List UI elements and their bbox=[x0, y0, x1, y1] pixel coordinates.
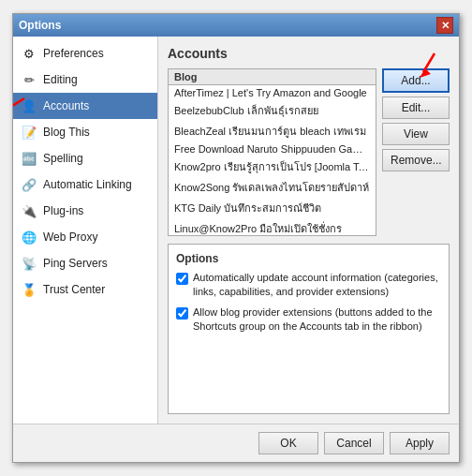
main-content: Accounts Blog AfterTimez | Let's Try Ama… bbox=[158, 37, 459, 424]
sidebar-item-label: Blog This bbox=[43, 126, 90, 139]
sidebar-item-plug-ins[interactable]: 🔌 Plug-ins bbox=[13, 198, 157, 224]
account-list[interactable]: AfterTimez | Let's Try Amazon and Google… bbox=[169, 85, 376, 235]
account-list-wrapper: Blog AfterTimez | Let's Try Amazon and G… bbox=[168, 68, 376, 236]
sidebar-item-spelling[interactable]: 🔤 Spelling bbox=[13, 145, 157, 171]
plug-ins-icon: 🔌 bbox=[21, 202, 37, 219]
sidebar-item-label: Spelling bbox=[43, 152, 83, 165]
close-button[interactable]: ✕ bbox=[436, 17, 453, 34]
account-list-header: Blog bbox=[169, 69, 376, 85]
edit-button[interactable]: Edit... bbox=[382, 97, 450, 119]
options-label: Options bbox=[176, 252, 441, 265]
apply-button[interactable]: Apply bbox=[390, 432, 450, 454]
list-item[interactable]: KTG Daily บันทึกระสมการณ์ชีวิต bbox=[169, 198, 376, 218]
list-item[interactable]: AfterTimez | Let's Try Amazon and Google bbox=[169, 85, 376, 100]
remove-button[interactable]: Remove... bbox=[382, 149, 450, 171]
sidebar-item-preferences[interactable]: ⚙ Preferences bbox=[13, 40, 157, 67]
footer: OK Cancel Apply bbox=[13, 424, 459, 462]
checkbox-1[interactable] bbox=[176, 273, 188, 285]
red-arrow-add bbox=[406, 52, 440, 82]
sidebar-item-ping-servers[interactable]: 📡 Ping Servers bbox=[13, 250, 157, 276]
blog-this-icon: 📝 bbox=[21, 124, 37, 141]
title-bar: Options ✕ bbox=[13, 14, 459, 37]
preferences-icon: ⚙ bbox=[21, 45, 37, 62]
sidebar-item-trust-center[interactable]: 🏅 Trust Center bbox=[13, 276, 157, 303]
svg-marker-3 bbox=[420, 68, 431, 78]
checkbox-row-1: Automatically update account information… bbox=[176, 271, 441, 300]
list-item[interactable]: Linux@Know2Pro มือใหม่เปิดใช้ชั่งกร bbox=[169, 218, 376, 235]
svg-line-0 bbox=[13, 98, 24, 108]
sidebar-item-accounts[interactable]: 👤 Accounts bbox=[13, 93, 157, 119]
sidebar-item-label: Accounts bbox=[43, 99, 89, 112]
ok-button[interactable]: OK bbox=[258, 432, 318, 454]
sidebar-item-label: Editing bbox=[43, 73, 78, 86]
sidebar-item-label: Plug-ins bbox=[43, 204, 83, 217]
checkbox-row-2: Allow blog provider extensions (buttons … bbox=[176, 305, 441, 335]
red-arrow-accounts bbox=[13, 97, 26, 113]
sidebar-item-editing[interactable]: ✏ Editing bbox=[13, 67, 157, 93]
list-item[interactable]: Know2Song รัพเดลเพลงไทนโดยรายสัปดาห์ bbox=[169, 177, 376, 198]
ping-servers-icon: 📡 bbox=[21, 255, 37, 272]
checkbox-1-text: Automatically update account information… bbox=[193, 271, 441, 300]
title-bar-label: Options bbox=[19, 19, 61, 32]
checkbox-2-text: Allow blog provider extensions (buttons … bbox=[193, 305, 441, 335]
automatic-linking-icon: 🔗 bbox=[21, 176, 37, 193]
view-button[interactable]: View bbox=[382, 123, 450, 145]
sidebar-item-label: Preferences bbox=[43, 47, 104, 60]
sidebar-item-label: Trust Center bbox=[43, 283, 105, 296]
sidebar-item-label: Automatic Linking bbox=[43, 178, 132, 191]
editing-icon: ✏ bbox=[21, 71, 37, 88]
list-item[interactable]: Free Download Naruto Shippuuden Games bbox=[169, 141, 376, 156]
trust-center-icon: 🏅 bbox=[21, 281, 37, 298]
spelling-icon: 🔤 bbox=[21, 150, 37, 167]
accounts-area: Blog AfterTimez | Let's Try Amazon and G… bbox=[168, 68, 450, 236]
sidebar-item-blog-this[interactable]: 📝 Blog This bbox=[13, 119, 157, 145]
sidebar-item-label: Ping Servers bbox=[43, 257, 108, 270]
sidebar-item-label: Web Proxy bbox=[43, 231, 97, 244]
list-item[interactable]: BleachZeal เรียนมนการ์ตูน bleach เทพเรม bbox=[169, 121, 376, 141]
cancel-button[interactable]: Cancel bbox=[324, 432, 384, 454]
sidebar-item-automatic-linking[interactable]: 🔗 Automatic Linking bbox=[13, 171, 157, 198]
checkbox-2[interactable] bbox=[176, 307, 188, 320]
list-item[interactable]: Know2pro เรียนรู้สุการเป็นโปร [Joomla Te… bbox=[169, 156, 376, 177]
options-dialog: Options ✕ ⚙ Preferences ✏ Editing 👤 Acco… bbox=[12, 13, 460, 463]
account-buttons: Add... Edit... View Remove... bbox=[382, 68, 450, 236]
list-item[interactable]: BeelzebubClub เล็กพันธุ์เรกสยย bbox=[169, 100, 376, 121]
web-proxy-icon: 🌐 bbox=[21, 229, 37, 245]
sidebar-item-web-proxy[interactable]: 🌐 Web Proxy bbox=[13, 224, 157, 250]
sidebar: ⚙ Preferences ✏ Editing 👤 Accounts 📝 Blo… bbox=[13, 37, 158, 424]
options-section: Options Automatically update account inf… bbox=[168, 244, 450, 414]
